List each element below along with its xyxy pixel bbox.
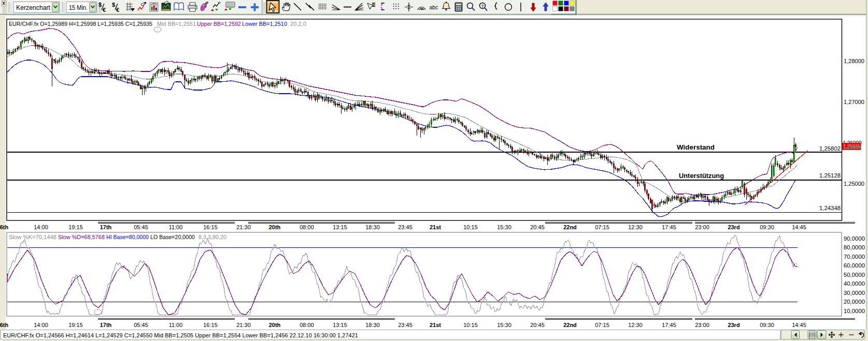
svg-text:Mid BB=1,2551: Mid BB=1,2551 xyxy=(157,21,196,27)
svg-text:Widerstand: Widerstand xyxy=(677,143,715,151)
svg-text:15:30: 15:30 xyxy=(497,322,511,328)
svg-text:11:00: 11:00 xyxy=(169,224,183,230)
svg-text:10,0000: 10,0000 xyxy=(844,308,865,314)
svg-text:HI Base=80,0000: HI Base=80,0000 xyxy=(106,234,149,240)
svg-text:EUR/CHF.fx O=1,25989 H=1,25998: EUR/CHF.fx O=1,25989 H=1,25998 L=1,25935… xyxy=(9,21,152,27)
svg-text:6th: 6th xyxy=(0,322,9,328)
svg-text:Slow %D=68,5768: Slow %D=68,5768 xyxy=(58,234,105,240)
svg-text:70,0000: 70,0000 xyxy=(844,254,865,260)
svg-text:1,24348: 1,24348 xyxy=(819,205,841,211)
svg-text:90,0000: 90,0000 xyxy=(844,235,865,242)
svg-text:07:15: 07:15 xyxy=(595,224,609,230)
svg-text:23rd: 23rd xyxy=(728,322,739,328)
svg-text:Lower BB=1,2510: Lower BB=1,2510 xyxy=(242,21,287,27)
svg-text:21:30: 21:30 xyxy=(236,224,251,230)
svg-text:23:00: 23:00 xyxy=(695,224,709,230)
svg-text:08:00: 08:00 xyxy=(300,322,314,328)
svg-text:16:15: 16:15 xyxy=(203,322,218,328)
svg-text:15 Min.: 15 Min. xyxy=(69,4,88,11)
svg-text:12:30: 12:30 xyxy=(628,322,643,328)
svg-text:14:00: 14:00 xyxy=(34,322,48,328)
svg-text:21st: 21st xyxy=(430,224,441,230)
svg-text:Slow %K=70,1448: Slow %K=70,1448 xyxy=(9,234,56,240)
svg-text:20:45: 20:45 xyxy=(530,322,545,328)
svg-text:22nd: 22nd xyxy=(563,224,577,230)
svg-text:20,0000: 20,0000 xyxy=(844,299,865,305)
svg-text:18:30: 18:30 xyxy=(365,224,380,230)
svg-text:abc: abc xyxy=(430,4,438,10)
svg-text:1,25802: 1,25802 xyxy=(819,145,841,152)
svg-text:14:45: 14:45 xyxy=(792,322,806,328)
svg-text:05:45: 05:45 xyxy=(134,322,148,328)
svg-text:50,0000: 50,0000 xyxy=(844,272,865,278)
svg-text:07:15: 07:15 xyxy=(595,322,609,328)
svg-text:08:00: 08:00 xyxy=(300,224,314,230)
svg-text:Unterstützung: Unterstützung xyxy=(679,172,724,180)
svg-text:14:00: 14:00 xyxy=(34,224,48,230)
svg-text:11:00: 11:00 xyxy=(169,322,183,328)
svg-text:09:30: 09:30 xyxy=(760,322,774,328)
svg-text:20th: 20th xyxy=(269,322,281,328)
svg-text:60,0000: 60,0000 xyxy=(844,262,865,269)
svg-text:23rd: 23rd xyxy=(728,224,739,230)
svg-text:15:30: 15:30 xyxy=(497,224,511,230)
svg-text:14:45: 14:45 xyxy=(792,224,806,230)
svg-text:05:45: 05:45 xyxy=(134,224,148,230)
svg-text:22nd: 22nd xyxy=(563,322,577,328)
svg-text:17th: 17th xyxy=(100,322,112,328)
svg-text:20th: 20th xyxy=(269,224,281,230)
svg-text:40,0000: 40,0000 xyxy=(844,280,865,287)
svg-text:23:45: 23:45 xyxy=(398,322,412,328)
svg-text:€: € xyxy=(103,7,106,13)
svg-text:6th: 6th xyxy=(0,224,9,230)
svg-text:30,0000: 30,0000 xyxy=(844,290,865,296)
svg-text:1,25128: 1,25128 xyxy=(819,172,841,179)
svg-text:1,25935: 1,25935 xyxy=(844,143,861,150)
svg-text:1,25000: 1,25000 xyxy=(844,181,864,187)
svg-text:$: $ xyxy=(112,2,115,8)
svg-text:€: € xyxy=(116,7,119,13)
svg-text:18:30: 18:30 xyxy=(365,322,380,328)
svg-text:19:15: 19:15 xyxy=(68,322,83,328)
svg-text:8,3,3,80,20: 8,3,3,80,20 xyxy=(198,234,226,240)
svg-text:Kerzenchart: Kerzenchart xyxy=(16,4,51,11)
svg-text:13:15: 13:15 xyxy=(333,322,347,328)
svg-text:Upper BB=1,2592: Upper BB=1,2592 xyxy=(197,21,241,27)
svg-text:20,2,0: 20,2,0 xyxy=(290,21,306,27)
svg-text:1,27000: 1,27000 xyxy=(844,99,864,105)
svg-text:20:45: 20:45 xyxy=(530,224,545,230)
svg-text:17th: 17th xyxy=(100,224,112,230)
svg-text:13:15: 13:15 xyxy=(333,224,347,230)
svg-text:EUR/CHF.fx O=1,24566 H=1,24614: EUR/CHF.fx O=1,24566 H=1,24614 L=1,24529… xyxy=(3,332,358,338)
svg-text:10:15: 10:15 xyxy=(463,224,478,230)
svg-text:19:15: 19:15 xyxy=(68,224,83,230)
svg-text:23:45: 23:45 xyxy=(398,224,412,230)
svg-text:80,0000: 80,0000 xyxy=(844,244,865,250)
svg-text:17:45: 17:45 xyxy=(662,224,676,230)
svg-text:16:15: 16:15 xyxy=(203,224,218,230)
svg-text:1,28000: 1,28000 xyxy=(844,58,864,64)
svg-text:23:00: 23:00 xyxy=(695,322,709,328)
svg-text:09:30: 09:30 xyxy=(760,224,774,230)
svg-text:21st: 21st xyxy=(430,322,441,328)
svg-text:?: ? xyxy=(481,4,484,9)
svg-text:LO Base=20,0000: LO Base=20,0000 xyxy=(150,234,195,240)
svg-text:17:45: 17:45 xyxy=(662,322,676,328)
svg-text:$: $ xyxy=(98,2,102,8)
svg-text:10:15: 10:15 xyxy=(463,322,478,328)
svg-text:21:30: 21:30 xyxy=(236,322,251,328)
svg-text:12:30: 12:30 xyxy=(628,224,643,230)
